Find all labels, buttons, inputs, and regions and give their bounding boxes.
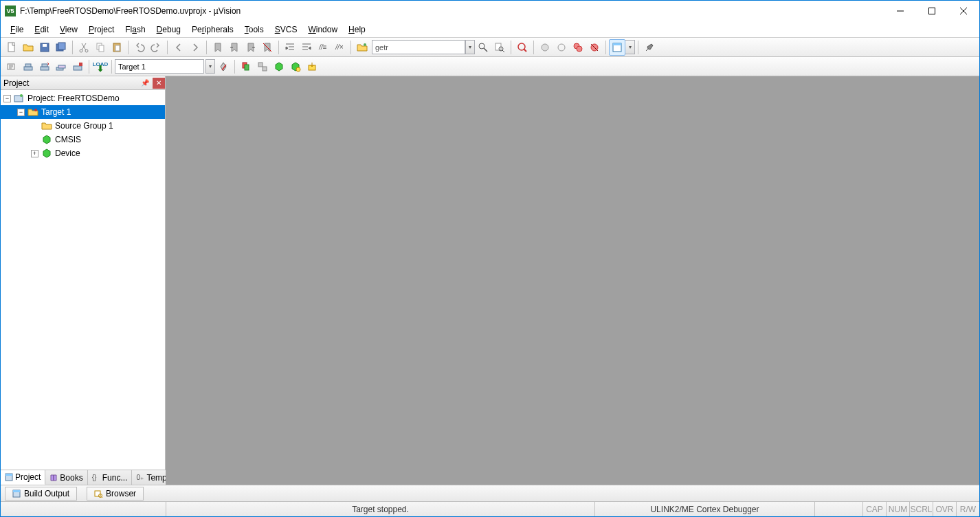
- menubar: File Edit View Project Flash Debug Perip…: [1, 21, 979, 38]
- browser-tab[interactable]: Browser: [87, 487, 144, 500]
- breakpoint-enable-button[interactable]: [553, 39, 570, 56]
- bookmark-toggle-button[interactable]: [210, 39, 226, 56]
- menu-view[interactable]: View: [54, 23, 83, 36]
- build-output-tab[interactable]: Build Output: [5, 487, 77, 500]
- target-select-dropdown[interactable]: ▾: [205, 59, 215, 74]
- svg-rect-4: [8, 43, 14, 52]
- pack-installer-button[interactable]: [304, 58, 320, 75]
- new-file-button[interactable]: [3, 39, 20, 56]
- svg-rect-14: [115, 45, 120, 51]
- tab-project-label: Project: [15, 472, 41, 482]
- rebuild-button[interactable]: [36, 58, 53, 75]
- menu-window[interactable]: Window: [302, 23, 343, 36]
- tab-books-label: Books: [60, 473, 82, 483]
- pin-icon[interactable]: 📌: [139, 78, 151, 89]
- menu-edit[interactable]: Edit: [29, 23, 54, 36]
- save-all-button[interactable]: [53, 39, 69, 56]
- target-icon: [27, 107, 38, 117]
- svg-rect-31: [613, 43, 621, 45]
- menu-svcs[interactable]: SVCS: [269, 23, 303, 36]
- find-dropdown[interactable]: ▾: [465, 40, 475, 54]
- tree-target-label: Target 1: [41, 107, 71, 117]
- tab-functions[interactable]: {}Func...: [88, 470, 133, 485]
- project-open-button[interactable]: [354, 39, 370, 56]
- svg-rect-43: [258, 63, 263, 67]
- svg-rect-40: [79, 63, 82, 66]
- copy-button[interactable]: [92, 39, 109, 56]
- comment-button[interactable]: //≡: [315, 39, 331, 56]
- build-button[interactable]: [20, 58, 36, 75]
- window-layout-button[interactable]: [609, 39, 625, 56]
- project-panel-header: Project 📌 ✕: [1, 76, 165, 90]
- redo-button[interactable]: [148, 39, 164, 56]
- stop-build-button[interactable]: [69, 58, 86, 75]
- debug-start-button[interactable]: [514, 39, 531, 56]
- find-input[interactable]: getr: [372, 40, 465, 54]
- menu-tools[interactable]: Tools: [239, 23, 269, 36]
- find-next-button[interactable]: [475, 39, 491, 56]
- svg-rect-8: [58, 43, 65, 50]
- translate-button[interactable]: [3, 58, 20, 75]
- breakpoint-kill-all-button[interactable]: [586, 39, 603, 56]
- uncomment-button[interactable]: //×: [331, 39, 348, 56]
- file-ext-button[interactable]: [238, 58, 254, 75]
- tree-source-group[interactable]: Source Group 1: [1, 119, 165, 133]
- maximize-button[interactable]: [916, 1, 948, 21]
- project-tree[interactable]: − Project: FreeRTOSDemo − Target 1 Sourc…: [1, 90, 165, 470]
- svg-rect-38: [58, 65, 65, 68]
- menu-help[interactable]: Help: [343, 23, 371, 36]
- breakpoint-insert-button[interactable]: [537, 39, 553, 56]
- bookmark-next-button[interactable]: [243, 39, 259, 56]
- svg-point-48: [20, 94, 23, 97]
- manage-env-button[interactable]: [254, 58, 271, 75]
- menu-debug[interactable]: Debug: [151, 23, 186, 36]
- cut-button[interactable]: [76, 39, 92, 56]
- close-button[interactable]: [948, 1, 979, 21]
- nav-forward-button[interactable]: [187, 39, 203, 56]
- manage-rte-button[interactable]: [271, 58, 287, 75]
- menu-peripherals[interactable]: Peripherals: [186, 23, 239, 36]
- tree-root[interactable]: − Project: FreeRTOSDemo: [1, 91, 165, 105]
- editor-area: [166, 76, 979, 485]
- tree-cmsis[interactable]: CMSIS: [1, 133, 165, 146]
- target-select[interactable]: Target 1: [115, 59, 204, 74]
- browser-label: Browser: [106, 489, 136, 498]
- status-rw: R/W: [956, 502, 979, 516]
- bottom-dock: Build Output Browser: [1, 485, 979, 501]
- configure-button[interactable]: [641, 39, 658, 56]
- menu-file[interactable]: File: [5, 23, 29, 36]
- svg-point-49: [34, 109, 37, 111]
- indent-button[interactable]: [282, 39, 298, 56]
- menu-project[interactable]: Project: [83, 23, 120, 36]
- breakpoint-disable-all-button[interactable]: [570, 39, 586, 56]
- tree-target[interactable]: − Target 1: [1, 105, 165, 119]
- panel-close-button[interactable]: ✕: [153, 78, 165, 89]
- component-icon: [41, 135, 52, 144]
- tree-root-label: Project: FreeRTOSDemo: [27, 94, 120, 103]
- target-options-button[interactable]: [215, 58, 232, 75]
- tab-books[interactable]: Books: [45, 470, 87, 485]
- svg-rect-39: [74, 66, 82, 70]
- svg-point-9: [80, 50, 82, 52]
- svg-rect-36: [42, 64, 47, 67]
- unindent-button[interactable]: [298, 39, 315, 56]
- menu-flash[interactable]: Flash: [120, 23, 151, 36]
- undo-button[interactable]: [131, 39, 148, 56]
- project-icon: [14, 94, 25, 103]
- minimize-button[interactable]: [884, 1, 916, 21]
- tree-device[interactable]: + Device: [1, 146, 165, 160]
- window-layout-dropdown[interactable]: ▾: [625, 40, 635, 54]
- svg-point-10: [85, 50, 88, 52]
- bookmark-prev-button[interactable]: [226, 39, 243, 56]
- nav-back-button[interactable]: [170, 39, 187, 56]
- batch-build-button[interactable]: [53, 58, 69, 75]
- status-num: NUM: [886, 502, 909, 516]
- tab-project[interactable]: Project: [1, 470, 45, 485]
- find-in-files-button[interactable]: [491, 39, 508, 56]
- open-file-button[interactable]: [20, 39, 36, 56]
- select-packs-button[interactable]: [287, 58, 304, 75]
- download-button[interactable]: LOAD⬇: [92, 58, 109, 75]
- paste-button[interactable]: [109, 39, 125, 56]
- bookmark-clear-button[interactable]: [259, 39, 276, 56]
- save-button[interactable]: [36, 39, 53, 56]
